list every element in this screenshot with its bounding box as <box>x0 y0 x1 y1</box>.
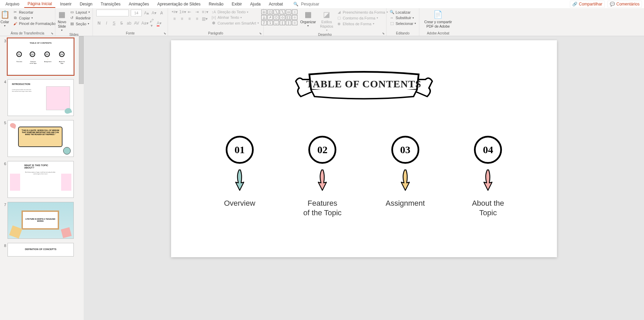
dialog-launcher[interactable]: ⬊ <box>382 32 385 35</box>
pdf-icon: 📄 <box>433 10 443 19</box>
outdent-button[interactable]: ⇤ <box>187 10 192 14</box>
slide-thumbnail-6[interactable]: WHAT IS THIS TOPIC ABOUT? Brief descript… <box>8 161 74 198</box>
tab-design[interactable]: Design <box>76 1 96 8</box>
font-size-input[interactable] <box>131 10 142 16</box>
slide-thumbnail-3[interactable]: TABLE OF CONTENTS 01↓Overview 02↓Feature… <box>8 38 74 75</box>
scrollbar[interactable] <box>79 36 84 84</box>
slide-thumbnail-7[interactable]: A PICTURE IS WORTH A THOUSAND WORDS <box>8 202 74 239</box>
align-right-button[interactable]: ≡ <box>187 16 192 21</box>
convert-smartart-button[interactable]: ⬢Converter em SmartArt▾ <box>211 20 260 26</box>
replace-icon: ↔ <box>390 16 394 20</box>
strike-button[interactable]: S̶ <box>119 21 124 26</box>
toc-item-2: 02 Featuresof the Topic <box>292 136 353 217</box>
tab-ajuda[interactable]: Ajuda <box>247 1 264 8</box>
tab-inserir[interactable]: Inserir <box>57 1 75 8</box>
comment-icon: 💬 <box>610 2 615 6</box>
justify-button[interactable]: ≡ <box>194 16 200 21</box>
italic-button[interactable]: I <box>104 21 109 26</box>
quick-styles-button[interactable]: ◪Estilos Rápidos▾ <box>319 10 335 32</box>
tab-transicoes[interactable]: Transições <box>97 1 124 8</box>
shapes-gallery[interactable]: ▭▢╲╲▭○ △↗⬡◇{ }☆ ⤴⤵◡{}☆ <box>261 10 297 25</box>
tab-pagina-inicial[interactable]: Página Inicial <box>24 0 55 8</box>
slide-thumbnail-5[interactable]: "THIS IS A QUOTE. WORDS FULL OF WISDOM T… <box>8 120 74 157</box>
slide-thumbnails-panel[interactable]: 3 TABLE OF CONTENTS 01↓Overview 02↓Featu… <box>0 36 84 320</box>
scissors-icon: ✂ <box>13 10 18 14</box>
decrease-font-icon[interactable]: A▾ <box>151 11 157 15</box>
tab-animacoes[interactable]: Animações <box>125 1 152 8</box>
group-label: Parágrafo <box>170 31 261 36</box>
underline-button[interactable]: S <box>111 21 117 26</box>
font-color-button[interactable]: A▾ <box>156 21 162 26</box>
thumb-number: 5 <box>1 120 6 125</box>
numbered-button[interactable]: 1≡▾ <box>179 10 185 14</box>
thumb-number: 4 <box>1 79 6 84</box>
increase-font-icon[interactable]: A▴ <box>144 11 149 15</box>
spacing-button[interactable]: AV <box>134 21 139 26</box>
copy-button[interactable]: ⧉Copiar▾ <box>12 15 56 20</box>
bold-button[interactable]: N <box>96 21 102 26</box>
find-button[interactable]: 🔍Localizar <box>389 10 417 15</box>
section-button[interactable]: ▤Seção▾ <box>69 21 92 26</box>
slide-thumbnail-4[interactable]: INTRODUCTION Lorem ipsum dolor sit amet … <box>8 79 74 116</box>
share-button[interactable]: 🔗Compartilhar <box>570 1 605 8</box>
font-name-input[interactable] <box>96 10 129 16</box>
arrow-icon <box>316 169 329 192</box>
dialog-launcher[interactable]: ⬊ <box>51 32 54 35</box>
slide-canvas[interactable]: TABLE OF CONTENTS 01 Overview 02 Feature… <box>171 40 557 257</box>
work-area: 3 TABLE OF CONTENTS 01↓Overview 02↓Featu… <box>0 36 644 320</box>
align-left-button[interactable]: ≡ <box>172 16 177 21</box>
cut-button[interactable]: ✂Recortar <box>12 10 56 15</box>
reset-button[interactable]: ↺Redefinir <box>69 15 92 20</box>
tab-arquivo[interactable]: Arquivo <box>2 1 23 8</box>
arrange-button[interactable]: ▦Organizar▾ <box>299 10 317 28</box>
find-icon: 🔍 <box>390 10 394 14</box>
replace-button[interactable]: ↔Substituir▾ <box>389 15 417 20</box>
layout-button[interactable]: ▭Layout▾ <box>69 10 92 15</box>
group-label: Área de Transferência <box>2 31 53 36</box>
tab-apresentacao[interactable]: Apresentação de Slides <box>154 1 204 8</box>
dialog-launcher[interactable]: ⬊ <box>164 32 166 35</box>
slide-thumbnail-8[interactable]: DEFINITION OF CONCEPTS <box>8 243 74 257</box>
toc-item-4: 04 About theTopic <box>457 136 519 217</box>
text-direction-button[interactable]: ↕ADireção do Texto▾ <box>211 10 260 14</box>
shape-effects-button[interactable]: ◉Efeitos de Forma▾ <box>336 21 389 26</box>
slide-canvas-area[interactable]: TABLE OF CONTENTS 01 Overview 02 Feature… <box>84 36 644 320</box>
line-spacing-button[interactable]: ≡↕▾ <box>202 10 207 14</box>
align-text-button[interactable]: [≡]Alinhar Texto▾ <box>211 15 260 20</box>
toc-item-1: 01 Overview <box>209 136 270 217</box>
paste-button[interactable]: 📋 Colar▾ <box>0 10 11 28</box>
group-adobe: 📄 Crear y compartir PDF de Adobe Adobe A… <box>419 8 457 36</box>
select-button[interactable]: ⬚Selecionar▾ <box>389 21 417 26</box>
case-button[interactable]: Aa▾ <box>141 21 147 26</box>
new-slide-button[interactable]: ▦ Novo Slide▾ <box>56 10 68 32</box>
highlight-button[interactable]: 🖍▾ <box>149 18 154 28</box>
format-painter-button[interactable]: 🖌Pincel de Formatação <box>12 21 56 26</box>
menu-bar: Arquivo Página Inicial Inserir Design Tr… <box>0 0 644 8</box>
layout-icon: ▭ <box>70 10 74 14</box>
toc-label: About theTopic <box>472 199 504 217</box>
search-input[interactable] <box>301 2 342 6</box>
outline-icon: ▢ <box>337 16 341 20</box>
copy-icon: ⧉ <box>13 16 18 20</box>
toc-label: Assignment <box>386 199 425 208</box>
arrow-icon <box>233 169 247 192</box>
clear-format-icon[interactable]: A̷ <box>159 11 164 15</box>
adobe-create-share-button[interactable]: 📄 Crear y compartir PDF de Adobe <box>423 10 453 29</box>
bullets-button[interactable]: •≡▾ <box>172 10 177 14</box>
slide-title: TABLE OF CONTENTS <box>289 59 439 108</box>
align-center-button[interactable]: ≡ <box>179 16 185 21</box>
comments-button[interactable]: 💬Comentários <box>607 1 642 8</box>
tab-revisao[interactable]: Revisão <box>205 1 227 8</box>
arrow-icon <box>481 169 495 192</box>
shadow-button[interactable]: ab <box>126 21 132 26</box>
reset-icon: ↺ <box>70 16 74 20</box>
shape-fill-button[interactable]: ◢Preenchimento da Forma▾ <box>336 10 389 15</box>
tab-exibir[interactable]: Exibir <box>228 1 246 8</box>
brush-icon: 🖌 <box>13 21 18 26</box>
indent-button[interactable]: ⇥ <box>194 10 200 14</box>
group-clipboard: 📋 Colar▾ ✂Recortar ⧉Copiar▾ 🖌Pincel de F… <box>0 8 55 36</box>
shape-outline-button[interactable]: ▢Contorno da Forma▾ <box>336 15 389 20</box>
columns-button[interactable]: ▥▾ <box>202 16 207 21</box>
tab-acrobat[interactable]: Acrobat <box>265 1 286 8</box>
thumb-number: 3 <box>1 38 6 43</box>
